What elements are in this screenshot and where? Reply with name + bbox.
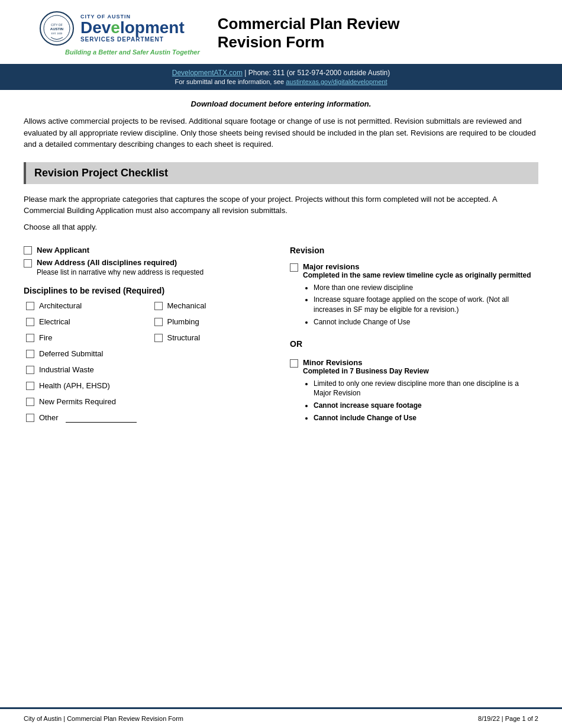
title-area: Commercial Plan Review Revision Form — [200, 15, 538, 51]
electrical-checkbox[interactable] — [26, 318, 34, 326]
major-bullet-1: More than one review discipline — [314, 283, 538, 293]
banner-line2: For submittal and fee information, see a… — [12, 78, 550, 85]
other-field[interactable] — [66, 413, 137, 423]
minor-revision-title: Minor Revisions — [303, 358, 538, 367]
footer-left: City of Austin | Commercial Plan Review … — [24, 715, 183, 722]
footer-right: 8/19/22 | Page 1 of 2 — [478, 715, 538, 722]
major-revision-row: Major revisions Completed in the same re… — [290, 262, 538, 330]
dept-services-label: SERVICES DEPARTMENT — [80, 36, 185, 43]
disc-other: Other — [26, 413, 137, 423]
logo-area: CITY OF AUSTIN EST. 1839 CITY OF AUSTIN … — [24, 11, 200, 56]
new-address-label: New Address (All disciplines required) — [37, 258, 177, 267]
disciplines-title: Disciplines to be revised (Required) — [24, 286, 272, 295]
other-label: Other — [39, 413, 59, 422]
header: CITY OF AUSTIN EST. 1839 CITY OF AUSTIN … — [0, 0, 562, 59]
disc-electrical: Electrical — [26, 317, 137, 326]
minor-bullet-1: Limited to only one review discipline mo… — [314, 379, 538, 399]
svg-text:CITY OF: CITY OF — [51, 23, 63, 27]
right-column: Revision Major revisions Completed in th… — [290, 246, 538, 435]
new-applicant-label: New Applicant — [37, 246, 89, 255]
minor-revision-row: Minor Revisions Completed in 7 Business … — [290, 358, 538, 426]
left-column: New Applicant New Address (All disciplin… — [24, 246, 272, 426]
mechanical-label: Mechanical — [167, 301, 206, 310]
fire-checkbox[interactable] — [26, 334, 34, 342]
intro-text: Allows active commercial projects to be … — [24, 115, 538, 150]
choose-all: Choose all that apply. — [24, 223, 538, 231]
dept-logo: CITY OF AUSTIN Development SERVICES DEPA… — [80, 14, 185, 43]
phone-info: | Phone: 311 (or 512-974-2000 outside Au… — [244, 69, 390, 77]
major-revision-title: Major revisions — [303, 262, 538, 271]
fire-label: Fire — [39, 333, 52, 342]
minor-bullet-2: Cannot increase square footage — [314, 401, 538, 411]
disc-deferred: Deferred Submittal — [26, 349, 137, 358]
dept-dev-text: Development — [80, 20, 185, 36]
major-bullet-2: Increase square footage applied on the s… — [314, 295, 538, 315]
new-address-checkbox[interactable] — [24, 259, 32, 268]
minor-revision-subtitle: Completed in 7 Business Day Review — [303, 367, 538, 375]
major-revision-subtitle: Completed in the same review timeline cy… — [303, 271, 538, 279]
new-address-row: New Address (All disciplines required) P… — [24, 258, 272, 276]
download-notice: Download document before entering inform… — [24, 99, 538, 108]
main-title: Commercial Plan Review Revision Form — [218, 15, 538, 51]
disciplines-grid: Architectural Electrical Fire Defer — [26, 301, 272, 426]
major-bullet-3: Cannot include Change of Use — [314, 317, 538, 327]
new-permits-checkbox[interactable] — [26, 398, 34, 406]
electrical-label: Electrical — [39, 317, 70, 326]
footer: City of Austin | Commercial Plan Review … — [0, 707, 562, 728]
disc-new-permits: New Permits Required — [26, 397, 137, 406]
structural-label: Structural — [167, 333, 201, 342]
new-permits-label: New Permits Required — [39, 397, 116, 406]
disc-industrial: Industrial Waste — [26, 365, 137, 374]
page: CITY OF AUSTIN EST. 1839 CITY OF AUSTIN … — [0, 0, 562, 728]
structural-checkbox[interactable] — [154, 334, 163, 342]
major-revision-checkbox[interactable] — [290, 263, 298, 272]
disciplines-col1: Architectural Electrical Fire Defer — [26, 301, 137, 426]
disc-health: Health (APH, EHSD) — [26, 381, 137, 390]
plumbing-label: Plumbing — [167, 317, 199, 326]
other-checkbox[interactable] — [26, 414, 34, 422]
disc-structural: Structural — [154, 333, 206, 342]
major-revision-block: Major revisions Completed in the same re… — [290, 262, 538, 330]
mechanical-checkbox[interactable] — [154, 302, 163, 310]
deferred-checkbox[interactable] — [26, 350, 34, 358]
disciplines-col2: Mechanical Plumbing Structural — [154, 301, 206, 426]
revision-section-title: Revision — [290, 246, 538, 255]
info-banner: DevelopmentATX.com | Phone: 311 (or 512-… — [0, 64, 562, 90]
minor-revision-bullets: Limited to only one review discipline mo… — [314, 379, 538, 423]
plumbing-checkbox[interactable] — [154, 318, 163, 326]
health-label: Health (APH, EHSD) — [39, 381, 110, 390]
industrial-checkbox[interactable] — [26, 366, 34, 374]
minor-revision-checkbox[interactable] — [290, 359, 298, 368]
new-address-sub: Please list in narrative why new address… — [37, 268, 204, 276]
section-header: Revision Project Checklist — [24, 162, 538, 184]
tagline: Building a Better and Safer Austin Toget… — [24, 49, 200, 56]
digital-dev-link[interactable]: austintexas.gov/digitaldevelopment — [286, 78, 387, 85]
disc-mechanical: Mechanical — [154, 301, 206, 310]
disc-plumbing: Plumbing — [154, 317, 206, 326]
health-checkbox[interactable] — [26, 382, 34, 390]
city-seal-icon: CITY OF AUSTIN EST. 1839 — [39, 11, 75, 46]
minor-bullet-3: Cannot include Change of Use — [314, 413, 538, 423]
major-revision-bullets: More than one review discipline Increase… — [314, 283, 538, 327]
new-applicant-checkbox[interactable] — [24, 246, 32, 255]
two-col-layout: New Applicant New Address (All disciplin… — [24, 246, 538, 435]
architectural-label: Architectural — [39, 301, 82, 310]
minor-revision-block: Minor Revisions Completed in 7 Business … — [290, 358, 538, 426]
main-content: Download document before entering inform… — [0, 90, 562, 447]
deferred-label: Deferred Submittal — [39, 349, 103, 358]
disc-fire: Fire — [26, 333, 137, 342]
svg-text:EST. 1839: EST. 1839 — [51, 32, 63, 35]
new-applicant-row: New Applicant — [24, 246, 272, 255]
checklist-intro: Please mark the appropriate categories t… — [24, 194, 538, 217]
industrial-label: Industrial Waste — [39, 365, 94, 374]
website-link[interactable]: DevelopmentATX.com — [172, 69, 243, 77]
disc-architectural: Architectural — [26, 301, 137, 310]
or-divider: OR — [290, 339, 538, 349]
architectural-checkbox[interactable] — [26, 302, 34, 310]
svg-text:AUSTIN: AUSTIN — [50, 27, 63, 31]
